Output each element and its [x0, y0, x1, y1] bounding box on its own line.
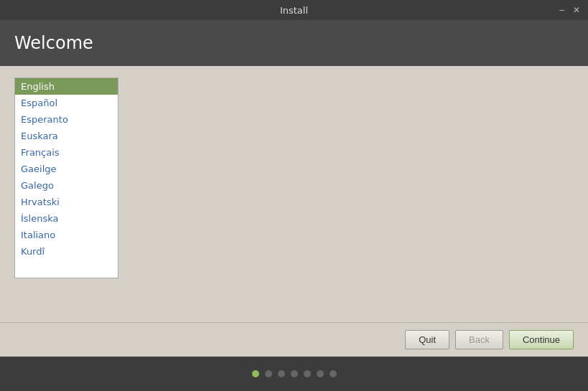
- progress-dot: [330, 370, 337, 377]
- language-item[interactable]: Esperanto: [15, 111, 118, 128]
- language-item[interactable]: English: [15, 78, 118, 95]
- progress-dot: [265, 370, 272, 377]
- language-item[interactable]: Français: [15, 144, 118, 161]
- back-button[interactable]: Back: [455, 330, 503, 349]
- language-item[interactable]: Kurdî: [15, 243, 118, 260]
- progress-dot: [252, 370, 259, 377]
- language-item[interactable]: Galego: [15, 177, 118, 194]
- continue-button[interactable]: Continue: [509, 330, 574, 349]
- close-button[interactable]: ✕: [571, 5, 582, 15]
- progress-dot: [317, 370, 324, 377]
- window-controls: – ✕: [557, 5, 582, 15]
- page-title: Welcome: [14, 33, 93, 53]
- language-item[interactable]: Íslenska: [15, 210, 118, 227]
- language-item[interactable]: Gaeilge: [15, 161, 118, 177]
- progress-dot: [278, 370, 285, 377]
- progress-dot: [291, 370, 298, 377]
- progress-dot: [304, 370, 311, 377]
- language-item[interactable]: Italiano: [15, 227, 118, 243]
- progress-dots: [0, 357, 588, 391]
- header-band: Welcome: [0, 20, 588, 66]
- title-bar: Install – ✕: [0, 0, 588, 20]
- window-title: Install: [280, 5, 308, 16]
- language-list[interactable]: EnglishEspañolEsperantoEuskaraFrançaisGa…: [14, 77, 118, 278]
- content-area: EnglishEspañolEsperantoEuskaraFrançaisGa…: [0, 66, 588, 322]
- language-item[interactable]: Euskara: [15, 128, 118, 144]
- button-bar: Quit Back Continue: [0, 322, 588, 357]
- window-content: Welcome EnglishEspañolEsperantoEuskaraFr…: [0, 20, 588, 357]
- quit-button[interactable]: Quit: [405, 330, 449, 349]
- language-item[interactable]: Hrvatski: [15, 194, 118, 210]
- minimize-button[interactable]: –: [557, 5, 566, 15]
- language-item[interactable]: Español: [15, 95, 118, 111]
